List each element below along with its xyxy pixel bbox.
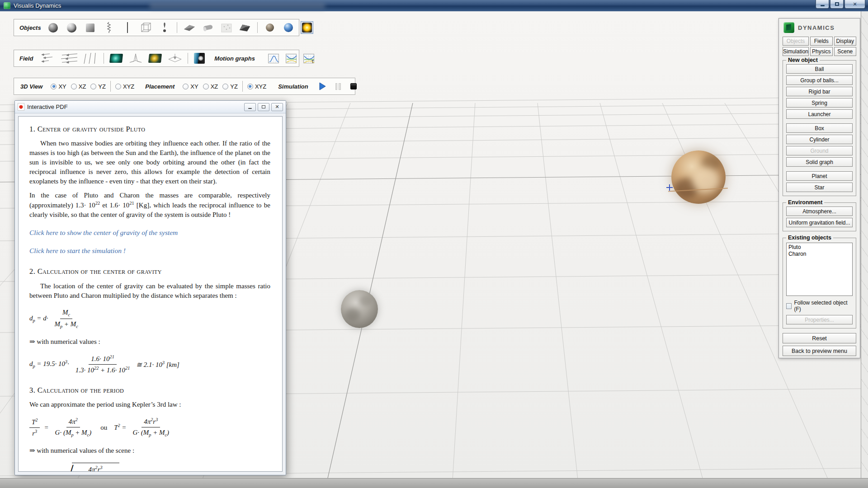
pluto-sphere[interactable]: [671, 150, 726, 204]
ball-icon[interactable]: [47, 21, 60, 34]
radio-placement-xy[interactable]: XY: [183, 83, 198, 90]
star-icon[interactable]: [301, 21, 313, 34]
planet-button[interactable]: Planet: [786, 171, 853, 181]
time-axis-label: T: [311, 60, 314, 64]
star-button[interactable]: Star: [786, 183, 853, 192]
brand-title: DYNAMICS: [798, 24, 835, 31]
existing-objects-list[interactable]: Pluto Charon: [786, 243, 853, 296]
pdf-close-button[interactable]: ✕: [271, 103, 283, 111]
dynamics-logo-icon: [783, 22, 794, 33]
cylinder-icon[interactable]: [202, 21, 214, 34]
ball-button[interactable]: Ball: [786, 64, 853, 74]
properties-button[interactable]: Properties...: [786, 315, 853, 324]
cylinder-button[interactable]: Cylinder: [786, 135, 853, 144]
spring-button[interactable]: Spring: [786, 98, 853, 108]
pdf-content: 1. Center of gravity outside Pluto When …: [18, 116, 283, 472]
graph-curve-icon[interactable]: [267, 52, 280, 65]
tab-objects[interactable]: Objects: [783, 37, 809, 46]
line-field-icon[interactable]: [83, 52, 99, 65]
surface-glow-teal-icon[interactable]: [109, 52, 123, 65]
earth-icon[interactable]: [282, 21, 295, 34]
launcher-icon[interactable]: [158, 21, 171, 34]
new-object-title: New object: [786, 57, 820, 63]
window-right-frame: [861, 11, 868, 478]
vector-field-icon[interactable]: [38, 52, 55, 65]
list-item-pluto[interactable]: Pluto: [788, 244, 850, 251]
radio-placement-yz[interactable]: YZ: [222, 83, 238, 90]
radio-view-yz[interactable]: YZ: [90, 83, 106, 90]
toolbar-field: Field: [14, 50, 299, 67]
follow-object-checkbox[interactable]: [786, 303, 792, 309]
objects-label: Objects: [19, 24, 41, 31]
charon-sphere[interactable]: [341, 290, 378, 328]
window-title: Visualis Dynamics: [14, 2, 61, 9]
radio-placement-xyz[interactable]: XYZ: [247, 83, 266, 90]
pdf-minimize-button[interactable]: [244, 103, 256, 111]
toolbar-separator: [188, 53, 188, 64]
radio-view-xz[interactable]: XZ: [71, 83, 86, 90]
wire-flat-icon[interactable]: [167, 52, 183, 65]
rigid-bar-icon[interactable]: [121, 21, 134, 34]
main-titlebar[interactable]: Visualis Dynamics ✕: [0, 0, 868, 11]
pdf-file-icon: [18, 103, 24, 111]
tab-scene[interactable]: Scene: [834, 47, 856, 56]
field-split-icon[interactable]: [193, 52, 206, 65]
list-item-charon[interactable]: Charon: [788, 251, 850, 258]
radio-view-xy[interactable]: XY: [51, 83, 66, 90]
radio-view-xyz[interactable]: XYZ: [115, 83, 134, 90]
ground-icon[interactable]: [220, 21, 233, 34]
reset-button[interactable]: Reset: [783, 333, 856, 343]
maximize-icon[interactable]: [830, 0, 844, 9]
environment-title: Environment: [786, 199, 824, 206]
close-icon[interactable]: ✕: [844, 0, 865, 9]
pdf-section-3-heading: 3. Calculation of the period: [29, 385, 270, 395]
group-of-balls-button[interactable]: Group of balls...: [786, 75, 853, 85]
solid-graph-icon[interactable]: [239, 21, 251, 34]
stop-icon[interactable]: [348, 81, 359, 92]
plane-icon[interactable]: [183, 21, 196, 34]
graph-multi-icon[interactable]: [285, 52, 297, 65]
solid-graph-button[interactable]: Solid graph: [786, 157, 853, 167]
radio-placement-xz[interactable]: XZ: [203, 83, 218, 90]
spring-icon[interactable]: [103, 21, 115, 34]
tab-display[interactable]: Display: [834, 37, 856, 46]
uniform-gravitation-button[interactable]: Uniform gravitation field...: [786, 218, 853, 227]
box-icon[interactable]: [84, 21, 97, 34]
link-show-center-of-gravity[interactable]: Click here to show the center of gravity…: [29, 228, 270, 238]
charon-dark-patch: [345, 308, 360, 321]
3d-view-label: 3D View: [20, 83, 42, 90]
tab-fields[interactable]: Fields: [810, 37, 832, 46]
launcher-button[interactable]: Launcher: [786, 109, 853, 119]
pause-icon[interactable]: [333, 81, 344, 92]
play-icon[interactable]: [317, 81, 328, 92]
pdf-titlebar[interactable]: Interactive PDF ✕: [15, 101, 286, 113]
app-window: Objects: [0, 0, 868, 488]
center-of-gravity-marker: [666, 184, 673, 191]
existing-objects-group: Existing objects Pluto Charon Follow sel…: [783, 238, 856, 328]
rigid-bar-button[interactable]: Rigid bar: [786, 87, 853, 96]
box-button[interactable]: Box: [786, 123, 853, 133]
toolbar-separator: [104, 53, 104, 64]
app-logo-icon: [4, 2, 10, 9]
minimize-icon[interactable]: [816, 0, 829, 9]
atmosphere-button[interactable]: Atmosphere...: [786, 206, 853, 216]
toolbar-separator: [242, 81, 243, 92]
tab-physics[interactable]: Physics: [810, 47, 832, 56]
planet-icon[interactable]: [264, 21, 276, 34]
panel-tabs: Objects Fields Display Simulation Physic…: [783, 37, 856, 56]
graph-multi-time-icon[interactable]: T: [302, 52, 315, 65]
tab-simulation[interactable]: Simulation: [783, 47, 809, 56]
pdf-restore-button[interactable]: [258, 103, 269, 111]
wire-peak-icon[interactable]: [128, 52, 143, 65]
link-start-simulation[interactable]: Click here to start the simulation !: [29, 246, 270, 256]
interactive-pdf-window: Interactive PDF ✕ 1. Center of gravity o…: [14, 100, 286, 475]
group-of-balls-icon[interactable]: [66, 21, 78, 34]
ground-button[interactable]: Ground: [786, 146, 853, 155]
back-to-preview-menu-button[interactable]: Back to preview menu: [783, 346, 856, 356]
surface-glow-yellow-icon[interactable]: [148, 52, 162, 65]
follow-object-label: Follow selected object (F): [794, 300, 853, 312]
pdf-section-2-heading: 2. Calculation of the center of gravity: [29, 266, 270, 277]
pdf-paragraph-2: In the case of Pluto and Charon the mass…: [29, 191, 270, 220]
wire-cube-icon[interactable]: [140, 21, 152, 34]
uniform-field-icon[interactable]: [60, 52, 78, 65]
